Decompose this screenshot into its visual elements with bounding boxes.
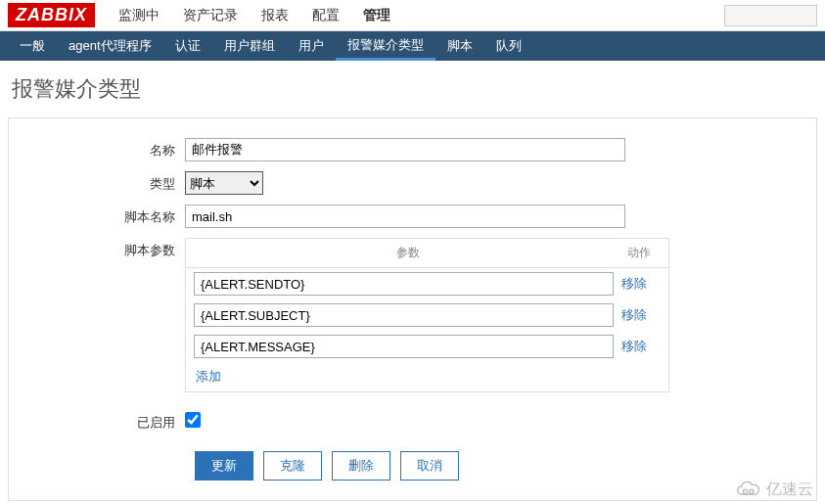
param-input-1[interactable] <box>194 303 614 327</box>
search-box <box>724 5 817 26</box>
enabled-checkbox[interactable] <box>185 412 201 428</box>
param-row: 移除 <box>186 268 668 299</box>
top-menu-configuration[interactable]: 配置 <box>300 1 351 30</box>
top-bar: ZABBIX 监测中 资产记录 报表 配置 管理 <box>0 0 825 31</box>
page-title: 报警媒介类型 <box>0 61 825 117</box>
form-row-name: 名称 <box>9 138 816 161</box>
cancel-button[interactable]: 取消 <box>400 451 459 481</box>
sub-nav-users[interactable]: 用户 <box>287 31 336 61</box>
sub-nav-auth[interactable]: 认证 <box>163 31 212 61</box>
cloud-icon <box>735 481 762 499</box>
sub-nav-scripts[interactable]: 脚本 <box>435 31 484 61</box>
params-header: 参数 动作 <box>186 239 668 268</box>
watermark: 亿速云 <box>735 480 813 500</box>
clone-button[interactable]: 克隆 <box>263 451 322 481</box>
top-menu-administration[interactable]: 管理 <box>351 1 402 30</box>
update-button[interactable]: 更新 <box>195 451 253 481</box>
top-menu: 监测中 资产记录 报表 配置 管理 <box>107 1 402 30</box>
button-row: 更新 克隆 删除 取消 <box>185 451 816 481</box>
top-menu-monitoring[interactable]: 监测中 <box>107 1 171 30</box>
param-remove-0[interactable]: 移除 <box>621 275 661 293</box>
params-box: 参数 动作 移除 移除 移除 添加 <box>185 238 669 392</box>
param-remove-2[interactable]: 移除 <box>621 338 661 355</box>
type-label: 类型 <box>9 171 185 193</box>
top-menu-inventory[interactable]: 资产记录 <box>171 1 250 30</box>
form-row-scriptparams: 脚本参数 参数 动作 移除 移除 移除 添加 <box>9 238 816 392</box>
scriptparams-label: 脚本参数 <box>9 238 185 259</box>
svg-point-1 <box>750 489 754 493</box>
sub-nav-general[interactable]: 一般 <box>8 31 57 61</box>
scriptname-input[interactable] <box>185 205 625 228</box>
param-remove-1[interactable]: 移除 <box>621 306 661 324</box>
logo: ZABBIX <box>8 3 95 27</box>
param-row: 移除 <box>186 299 668 331</box>
scriptname-label: 脚本名称 <box>9 205 185 226</box>
sub-nav-mediatypes[interactable]: 报警媒介类型 <box>336 31 435 61</box>
sub-nav-proxies[interactable]: agent代理程序 <box>57 31 163 61</box>
form-row-type: 类型 脚本 <box>9 171 816 195</box>
name-label: 名称 <box>9 138 185 160</box>
name-input[interactable] <box>185 138 625 161</box>
param-row: 移除 <box>186 331 668 362</box>
sub-nav-queue[interactable]: 队列 <box>484 31 533 61</box>
top-menu-reports[interactable]: 报表 <box>250 1 300 30</box>
form-row-enabled: 已启用 <box>9 410 816 432</box>
sub-nav-usergroups[interactable]: 用户群组 <box>212 31 287 61</box>
add-param-link[interactable]: 添加 <box>186 362 231 391</box>
params-header-param: 参数 <box>196 245 619 261</box>
params-header-action: 动作 <box>619 245 659 261</box>
content-panel: 名称 类型 脚本 脚本名称 脚本参数 参数 动作 <box>8 117 817 501</box>
enabled-label: 已启用 <box>9 410 185 432</box>
type-select[interactable]: 脚本 <box>185 171 263 195</box>
watermark-text: 亿速云 <box>766 480 813 500</box>
delete-button[interactable]: 删除 <box>332 451 390 481</box>
form-row-scriptname: 脚本名称 <box>9 205 816 228</box>
param-input-0[interactable] <box>194 272 614 296</box>
search-input[interactable] <box>724 5 817 26</box>
sub-nav: 一般 agent代理程序 认证 用户群组 用户 报警媒介类型 脚本 队列 <box>0 31 825 61</box>
param-input-2[interactable] <box>194 335 614 358</box>
svg-point-0 <box>743 489 747 493</box>
